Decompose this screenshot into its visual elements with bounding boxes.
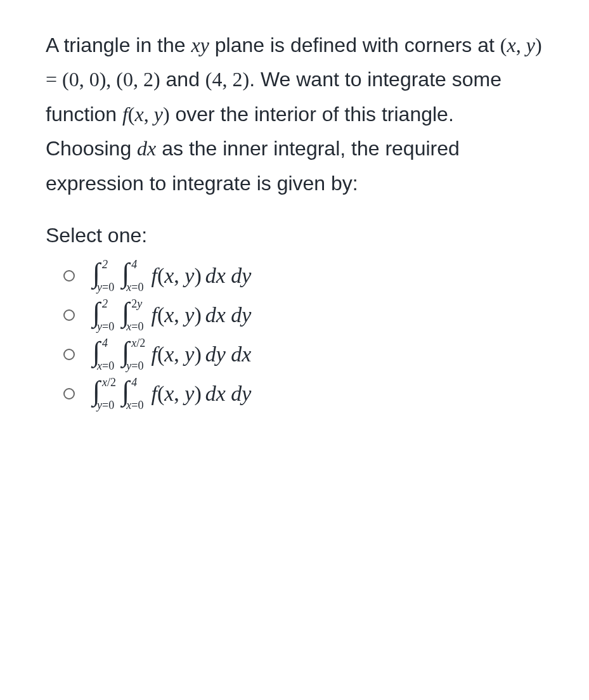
outer-bounds: 2 y=0 (101, 261, 122, 290)
radio-icon[interactable] (63, 388, 75, 399)
outer-bounds: x/2 y=0 (101, 379, 122, 408)
question-paragraph-2: Choosing dx as the inner integral, the r… (46, 131, 551, 200)
options-list: ∫ 2 y=0 ∫ 4 x=0 f(x, y) dx dy ∫ 2 (46, 256, 551, 413)
select-one-label: Select one: (46, 218, 551, 252)
differentials: dy dx (202, 344, 252, 365)
inner-bounds: x/2 y=0 (130, 340, 151, 369)
radio-icon[interactable] (63, 349, 75, 360)
differentials: dx dy (202, 304, 252, 326)
inner-bounds: 4 x=0 (130, 261, 151, 290)
integrand: f(x, y) (151, 304, 201, 326)
inner-bounds: 4 x=0 (130, 379, 151, 408)
option-4[interactable]: ∫ x/2 y=0 ∫ 4 x=0 f(x, y) dx dy (46, 374, 551, 413)
differentials: dx dy (202, 383, 252, 405)
option-2[interactable]: ∫ 2 y=0 ∫ 2y x=0 f(x, y) dx dy (46, 295, 551, 335)
outer-bounds: 4 x=0 (101, 340, 122, 369)
outer-bounds: 2 y=0 (101, 301, 122, 330)
radio-icon[interactable] (63, 309, 75, 321)
option-4-expression: ∫ x/2 y=0 ∫ 4 x=0 f(x, y) dx dy (93, 379, 251, 408)
integrand: f(x, y) (151, 265, 201, 287)
question-paragraph-1: A triangle in the xy plane is defined wi… (46, 28, 551, 131)
option-2-expression: ∫ 2 y=0 ∫ 2y x=0 f(x, y) dx dy (93, 301, 251, 330)
radio-icon[interactable] (63, 270, 75, 282)
integrand: f(x, y) (151, 383, 201, 405)
option-3-expression: ∫ 4 x=0 ∫ x/2 y=0 f(x, y) dy dx (93, 340, 251, 369)
differentials: dx dy (202, 265, 252, 287)
inner-bounds: 2y x=0 (130, 301, 151, 330)
option-3[interactable]: ∫ 4 x=0 ∫ x/2 y=0 f(x, y) dy dx (46, 335, 551, 374)
question-container: A triangle in the xy plane is defined wi… (0, 0, 589, 451)
option-1-expression: ∫ 2 y=0 ∫ 4 x=0 f(x, y) dx dy (93, 261, 251, 290)
option-1[interactable]: ∫ 2 y=0 ∫ 4 x=0 f(x, y) dx dy (46, 256, 551, 295)
integrand: f(x, y) (151, 344, 201, 365)
